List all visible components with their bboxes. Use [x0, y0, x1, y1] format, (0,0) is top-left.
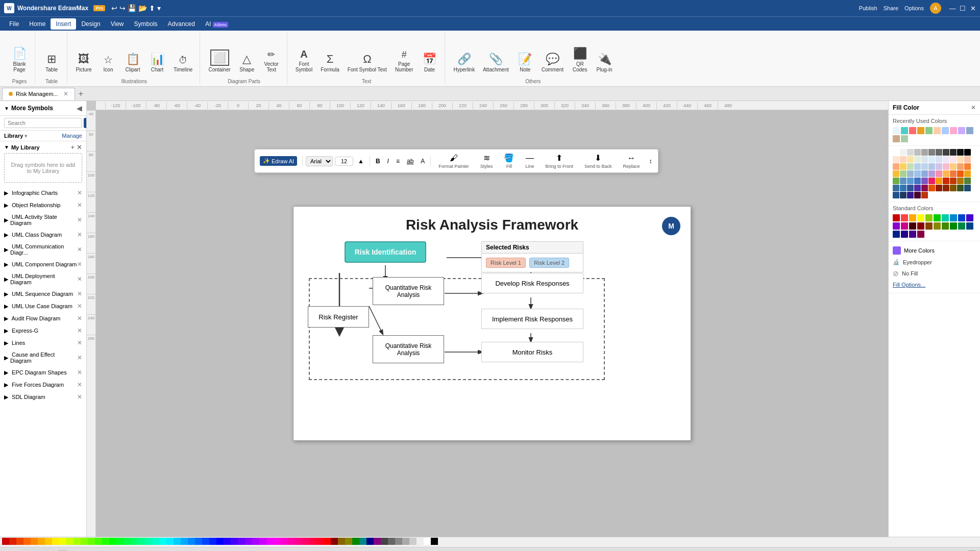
palette-color-swatch[interactable] — [907, 170, 914, 177]
palette-color-swatch[interactable] — [893, 149, 899, 156]
sidebar-list-item[interactable]: ▶ UML Class Diagram✕ — [0, 229, 86, 241]
table-button[interactable]: ⊞ Table — [40, 51, 63, 74]
recent-color-swatch[interactable] — [966, 127, 973, 134]
fill-button[interactable]: 🪣 Fill — [501, 152, 517, 170]
menu-view[interactable]: View — [106, 18, 129, 30]
color-strip-swatch[interactable] — [424, 538, 431, 545]
color-strip-swatch[interactable] — [359, 538, 366, 545]
options-button[interactable]: Options — [904, 5, 924, 11]
color-strip-swatch[interactable] — [152, 538, 159, 545]
standard-color-swatch[interactable] — [942, 222, 949, 230]
palette-color-swatch[interactable] — [900, 163, 906, 170]
publish-button[interactable]: Publish — [859, 5, 877, 11]
recent-color-swatch[interactable] — [893, 135, 900, 142]
palette-color-swatch[interactable] — [900, 170, 906, 177]
quant-risk-analysis-1-shape[interactable]: Quantitative Risk Analysis — [373, 277, 444, 305]
manage-button[interactable]: Manage — [62, 133, 82, 139]
risk-identification-shape[interactable]: Risk Identification — [345, 241, 426, 263]
palette-color-swatch[interactable] — [893, 178, 899, 184]
palette-color-swatch[interactable] — [893, 192, 899, 198]
color-strip-swatch[interactable] — [431, 538, 438, 545]
standard-color-swatch[interactable] — [909, 231, 916, 238]
color-strip-swatch[interactable] — [281, 538, 288, 545]
canvas-area[interactable]: -120 -100 -80 -60 -40 -20 0 20 40 60 80 … — [87, 101, 888, 537]
canvas-workspace[interactable]: Risk Analysis Framework — [96, 110, 888, 537]
font-size-input[interactable] — [335, 157, 353, 166]
plugin-button[interactable]: 🔌 Plug-in — [593, 51, 616, 74]
fill-color-close-button[interactable]: ✕ — [971, 104, 976, 111]
standard-color-swatch[interactable] — [934, 222, 941, 230]
send-to-back-button[interactable]: ⬇ Send to Back — [582, 152, 615, 170]
palette-color-swatch[interactable] — [900, 149, 906, 156]
sidebar-expand-icon[interactable]: ▼ — [4, 106, 9, 111]
palette-color-swatch[interactable] — [957, 170, 964, 177]
palette-color-swatch[interactable] — [893, 170, 899, 177]
color-strip-swatch[interactable] — [9, 538, 16, 545]
comment-button[interactable]: 💬 Comment — [538, 51, 567, 74]
sidebar-list-item[interactable]: ▶ EPC Diagram Shapes✕ — [0, 366, 86, 379]
save-button[interactable]: 💾 — [128, 4, 136, 12]
palette-color-swatch[interactable] — [914, 149, 921, 156]
standard-color-swatch[interactable] — [893, 214, 900, 221]
standard-color-swatch[interactable] — [917, 214, 924, 221]
line-button[interactable]: — Line — [523, 152, 536, 170]
standard-color-swatch[interactable] — [925, 222, 933, 230]
standard-color-swatch[interactable] — [958, 222, 965, 230]
color-strip-swatch[interactable] — [2, 538, 9, 545]
recent-color-swatch[interactable] — [901, 135, 908, 142]
palette-color-swatch[interactable] — [964, 178, 971, 184]
palette-color-swatch[interactable] — [936, 163, 942, 170]
implement-risk-shape[interactable]: Implement Risk Responses — [481, 309, 583, 329]
underline-ab-button[interactable]: ab — [404, 156, 416, 166]
standard-color-swatch[interactable] — [925, 214, 933, 221]
menu-symbols[interactable]: Symbols — [129, 18, 163, 30]
color-strip-swatch[interactable] — [138, 538, 145, 545]
recent-color-swatch[interactable] — [950, 127, 957, 134]
color-strip-swatch[interactable] — [266, 538, 274, 545]
font-color-button[interactable]: A — [418, 156, 427, 166]
recent-color-swatch[interactable] — [942, 127, 949, 134]
sidebar-list-item[interactable]: ▶ UML Sequence Diagram✕ — [0, 288, 86, 300]
sidebar-list-item[interactable]: ▶ SDL Diagram✕ — [0, 391, 86, 403]
palette-color-swatch[interactable] — [914, 178, 921, 184]
color-strip-swatch[interactable] — [288, 538, 295, 545]
palette-color-swatch[interactable] — [928, 149, 935, 156]
palette-color-swatch[interactable] — [921, 163, 928, 170]
sidebar-collapse-button[interactable]: ◀ — [77, 104, 82, 112]
formula-button[interactable]: Σ Formula — [317, 51, 342, 74]
menu-design[interactable]: Design — [76, 18, 105, 30]
sidebar-list-item[interactable]: ▶ UML Use Case Diagram✕ — [0, 300, 86, 312]
palette-color-swatch[interactable] — [921, 178, 928, 184]
palette-color-swatch[interactable] — [928, 156, 935, 163]
font-symbol-text-button[interactable]: Ω Font Symbol Text — [345, 51, 390, 74]
format-painter-button[interactable]: 🖌 Format Painter — [436, 152, 472, 170]
blank-page-button[interactable]: 📄 BlankPage — [8, 45, 31, 74]
color-strip-swatch[interactable] — [95, 538, 102, 545]
standard-color-swatch[interactable] — [901, 214, 908, 221]
palette-color-swatch[interactable] — [936, 178, 942, 184]
my-library-expand[interactable]: ▼ — [4, 144, 9, 150]
palette-color-swatch[interactable] — [928, 178, 935, 184]
palette-color-swatch[interactable] — [900, 185, 906, 191]
color-strip-swatch[interactable] — [88, 538, 95, 545]
palette-color-swatch[interactable] — [907, 149, 914, 156]
palette-color-swatch[interactable] — [936, 149, 942, 156]
replace-button[interactable]: ↔ Replace — [620, 152, 642, 170]
sidebar-list-item[interactable]: ▶ UML Communication Diagr...✕ — [0, 241, 86, 258]
sidebar-search-input[interactable] — [4, 118, 82, 128]
hyperlink-button[interactable]: 🔗 Hyperlink — [450, 51, 478, 74]
risk-register-shape[interactable]: Risk Register — [308, 306, 369, 328]
color-strip-swatch[interactable] — [209, 538, 216, 545]
palette-color-swatch[interactable] — [914, 170, 921, 177]
sidebar-list-item[interactable]: ▶ Infographic Charts✕ — [0, 187, 86, 199]
color-strip-swatch[interactable] — [316, 538, 324, 545]
color-strip-swatch[interactable] — [374, 538, 381, 545]
bring-to-front-button[interactable]: ⬆ Bring to Front — [543, 152, 576, 170]
close-button[interactable]: ✕ — [970, 5, 976, 11]
palette-color-swatch[interactable] — [964, 163, 971, 170]
tab-risk-management[interactable]: Risk Managem... ✕ — [2, 88, 75, 100]
no-fill-row[interactable]: ⊘ No Fill — [893, 267, 976, 280]
recent-color-swatch[interactable] — [934, 127, 941, 134]
color-strip-swatch[interactable] — [81, 538, 88, 545]
palette-color-swatch[interactable] — [893, 163, 899, 170]
